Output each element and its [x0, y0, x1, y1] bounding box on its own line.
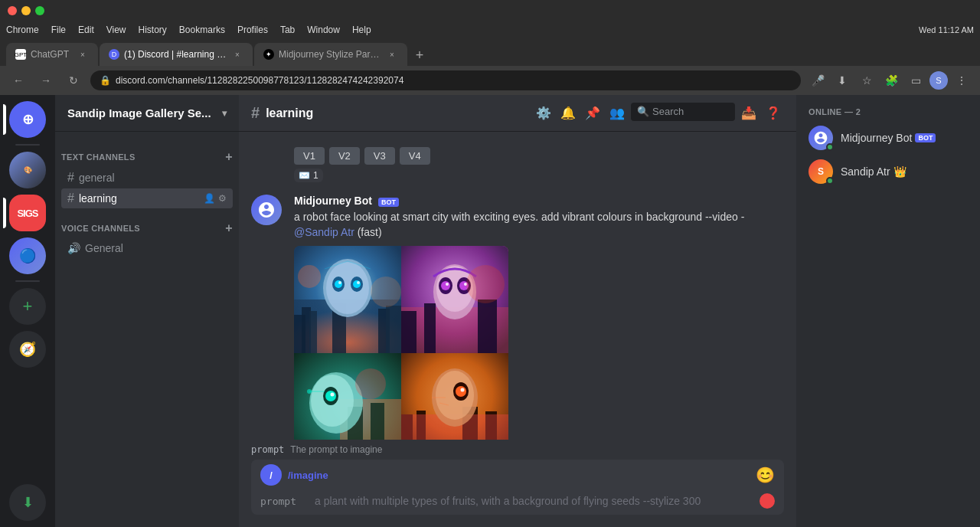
menu-profiles[interactable]: Profiles — [237, 25, 268, 35]
robot-svg-2 — [401, 246, 508, 353]
sandip-name: Sandip Atr — [841, 165, 890, 178]
threads-icon[interactable]: ⚙️ — [533, 103, 554, 124]
chat-input-area: prompt The prompt to imagine / /imagine … — [239, 440, 796, 527]
sandip-info: Sandip Atr 👑 — [841, 165, 906, 178]
extensions-icon[interactable]: 🧩 — [880, 70, 902, 91]
menu-edit[interactable]: Edit — [78, 25, 94, 35]
close-window-button[interactable] — [8, 6, 17, 15]
profile-avatar[interactable]: S — [929, 71, 948, 90]
menu-bookmarks[interactable]: Bookmarks — [179, 25, 225, 35]
members-icon[interactable]: 👥 — [606, 103, 628, 124]
robot-svg-4 — [401, 353, 508, 440]
slash-icon: / — [270, 470, 273, 481]
slash-command-row: / /imagine 😊 — [251, 460, 784, 490]
forward-button[interactable]: → — [35, 70, 57, 91]
sidebar-toggle-icon[interactable]: ▭ — [905, 70, 926, 91]
top-reaction-count: 1 — [313, 170, 318, 181]
menu-dots-icon[interactable]: ⋮ — [951, 70, 972, 91]
server-name-bar[interactable]: Sandip Image Gallery Se... ▾ — [55, 95, 239, 132]
menu-tab[interactable]: Tab — [280, 25, 295, 35]
add-text-channel-button[interactable]: + — [225, 150, 233, 164]
add-server-button[interactable]: + — [9, 288, 46, 325]
image-cell-1[interactable] — [294, 246, 401, 353]
server-item-discord-home[interactable]: ⊕ — [9, 101, 46, 138]
record-button[interactable] — [760, 493, 775, 509]
microphone-icon[interactable]: 🎤 — [807, 70, 828, 91]
v4-top-button[interactable]: V4 — [400, 147, 430, 165]
menu-view[interactable]: View — [106, 25, 126, 35]
server-item-3[interactable]: 🔵 — [9, 237, 46, 274]
svg-point-44 — [307, 389, 312, 394]
chatgpt-tab-close[interactable]: × — [77, 48, 89, 61]
image-cell-2[interactable] — [401, 246, 508, 353]
midjourney-favicon: ✦ — [263, 49, 274, 60]
tab-discord[interactable]: D (1) Discord | #learning | Sandi... × — [100, 43, 253, 66]
search-box[interactable]: 🔍 Search — [631, 103, 735, 121]
main-message-content: Midjourney Bot BOT a robot face looking … — [294, 195, 784, 440]
menu-chrome[interactable]: Chrome — [6, 25, 39, 35]
server-name-text: Sandip Image Gallery Se... — [67, 106, 211, 119]
notifications-icon[interactable]: 🔔 — [557, 103, 579, 124]
download-apps-button[interactable]: ⬇ — [9, 484, 46, 521]
v3-top-button[interactable]: V3 — [364, 147, 395, 165]
channel-item-general[interactable]: # general — [61, 168, 233, 188]
svg-point-31 — [446, 283, 449, 286]
emoji-button[interactable]: 😊 — [756, 466, 775, 484]
v1-top-button[interactable]: V1 — [294, 147, 325, 165]
refresh-button[interactable]: ↻ — [63, 70, 84, 91]
channel-item-voice-general[interactable]: 🔊 General — [61, 239, 233, 257]
discord-tab-close[interactable]: × — [231, 48, 243, 61]
server-item-1[interactable]: 🎨 — [9, 152, 46, 188]
pinned-icon[interactable]: 📌 — [582, 103, 603, 124]
system-time: Wed 11:12 AM — [919, 25, 974, 34]
minimize-window-button[interactable] — [21, 6, 31, 15]
tab-chatgpt[interactable]: GPT ChatGPT × — [6, 43, 98, 66]
image-cell-3[interactable] — [294, 353, 401, 440]
menu-help[interactable]: Help — [352, 25, 371, 35]
menu-file[interactable]: File — [51, 25, 66, 35]
settings-icon[interactable]: ⚙ — [218, 193, 227, 204]
downloads-icon[interactable]: ⬇ — [831, 70, 853, 91]
svg-point-42 — [331, 393, 335, 397]
prompt-input[interactable] — [315, 495, 753, 507]
channel-item-learning[interactable]: # learning 👤 ⚙ — [61, 188, 233, 208]
midjourney-bot-avatar — [251, 195, 282, 225]
add-voice-channel-button[interactable]: + — [225, 221, 233, 235]
svg-point-14 — [338, 281, 341, 284]
robot-art-2 — [401, 246, 508, 353]
input-label-desc: The prompt to imagine — [290, 444, 382, 455]
back-button[interactable]: ← — [8, 70, 29, 91]
url-bar[interactable]: 🔒 discord.com/channels/11282822500987781… — [90, 70, 801, 90]
member-item-sandip[interactable]: S Sandip Atr 👑 — [808, 156, 968, 187]
text-channels-category[interactable]: TEXT CHANNELS + — [55, 138, 239, 167]
chat-messages[interactable]: V1 V2 V3 V4 ✉️ 1 — [239, 132, 796, 440]
svg-point-13 — [353, 280, 361, 288]
bookmark-star-icon[interactable]: ☆ — [856, 70, 877, 91]
menu-history[interactable]: History — [139, 25, 167, 35]
member-item-midjourney-bot[interactable]: Midjourney Bot BOT — [808, 123, 968, 153]
help-icon[interactable]: ❓ — [763, 103, 784, 124]
mention-text[interactable]: @Sandip Atr — [294, 226, 354, 238]
voice-channel-icon: 🔊 — [67, 242, 80, 254]
tab-midjourney[interactable]: ✦ Midjourney Stylize Parameter × — [254, 43, 407, 66]
active-indicator — [3, 104, 6, 135]
inbox-icon[interactable]: 📥 — [738, 103, 760, 124]
url-text: discord.com/channels/1128282250098778123… — [116, 75, 792, 86]
maximize-window-button[interactable] — [35, 6, 44, 15]
explore-servers-button[interactable]: 🧭 — [9, 331, 46, 368]
voice-channels-category[interactable]: VOICE CHANNELS + — [55, 209, 239, 238]
midjourney-tab-close[interactable]: × — [386, 48, 398, 61]
v2-top-button[interactable]: V2 — [329, 147, 360, 165]
robot-svg-3 — [294, 353, 401, 440]
image-cell-4[interactable] — [401, 353, 508, 440]
menu-window[interactable]: Window — [307, 25, 340, 35]
chat-input-box[interactable]: / /imagine 😊 prompt — [251, 460, 784, 515]
new-tab-button[interactable]: + — [409, 44, 430, 66]
top-reaction[interactable]: ✉️ 1 — [294, 169, 323, 182]
svg-point-56 — [461, 388, 465, 392]
input-label: prompt — [251, 444, 284, 455]
server-item-sigs[interactable]: SIGS — [9, 195, 46, 231]
slash-command-text: /imagine — [288, 470, 328, 481]
svg-point-33 — [466, 265, 505, 303]
image-grid[interactable] — [294, 246, 508, 440]
